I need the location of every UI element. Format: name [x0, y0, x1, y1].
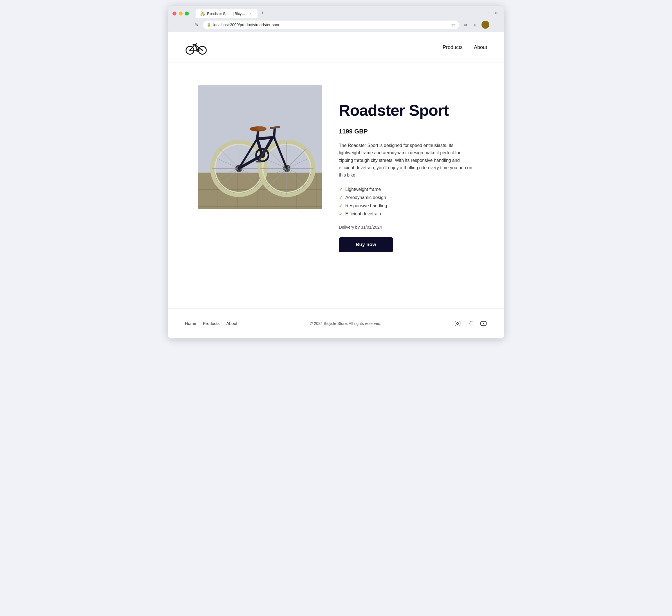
browser-titlebar: 🚴 Roadster Sport | Bicycle Stor... ✕ + ⊟… — [168, 6, 504, 18]
address-bar[interactable]: 🔒 localhost:3000/products/roadster-sport… — [203, 21, 459, 29]
feature-item-1: ✓ Lightweight frame — [339, 187, 474, 192]
feature-item-4: ✓ Efficient drivetrain — [339, 211, 474, 217]
tab-title: Roadster Sport | Bicycle Stor... — [207, 12, 246, 16]
footer-copyright: © 2024 Bicycle Store. All rights reserve… — [310, 321, 381, 326]
lock-icon: 🔒 — [207, 23, 211, 27]
footer-home-link[interactable]: Home — [185, 321, 196, 326]
content-spacer — [168, 274, 504, 308]
browser-tabs: 🚴 Roadster Sport | Bicycle Stor... ✕ + — [196, 9, 452, 18]
feature-label-3: Responsive handling — [345, 203, 387, 208]
tab-close-button[interactable]: ✕ — [248, 11, 253, 16]
product-image — [198, 85, 322, 209]
svg-line-55 — [274, 129, 275, 137]
logo-bicycle-icon — [185, 39, 207, 56]
footer-nav: Home Products About — [185, 321, 237, 326]
toolbar-actions: ⧉ ⊞ ⋮ — [461, 20, 499, 29]
menu-button[interactable]: ⋮ — [490, 20, 499, 29]
svg-rect-62 — [455, 321, 460, 326]
new-tab-button[interactable]: + — [259, 9, 266, 17]
delivery-text: Delivery by 31/01/2024 — [339, 225, 474, 229]
feature-label-4: Efficient drivetrain — [345, 211, 381, 216]
check-icon-4: ✓ — [339, 211, 342, 217]
svg-marker-65 — [483, 323, 484, 324]
svg-point-63 — [456, 323, 458, 324]
product-info: Roadster Sport 1199 GBP The Roadster Spo… — [339, 85, 474, 252]
svg-rect-61 — [256, 161, 261, 162]
extensions-button[interactable]: ⧉ — [461, 20, 470, 29]
footer-products-link[interactable]: Products — [203, 321, 219, 326]
site-nav: Products About — [443, 44, 487, 50]
product-description: The Roadster Sport is designed for speed… — [339, 142, 474, 179]
browser-window: 🚴 Roadster Sport | Bicycle Stor... ✕ + ⊟… — [168, 6, 504, 339]
close-traffic-light[interactable] — [173, 12, 176, 15]
footer-social — [454, 320, 487, 327]
url-display: localhost:3000/products/roadster-sport — [213, 23, 449, 27]
youtube-icon[interactable] — [480, 320, 487, 327]
traffic-lights — [173, 12, 189, 15]
browser-toolbar: ← → ↻ 🔒 localhost:3000/products/roadster… — [168, 18, 504, 32]
website-content: Products About — [168, 32, 504, 339]
active-tab[interactable]: 🚴 Roadster Sport | Bicycle Stor... ✕ — [196, 9, 257, 18]
svg-point-54 — [257, 126, 266, 130]
minimize-window-button[interactable]: ⊟ — [485, 10, 492, 16]
product-title: Roadster Sport — [339, 102, 474, 119]
svg-line-52 — [257, 130, 258, 139]
product-main: Roadster Sport 1199 GBP The Roadster Spo… — [168, 63, 504, 308]
refresh-button[interactable]: ↻ — [193, 21, 201, 29]
feature-label-2: Aerodynamic design — [345, 195, 386, 200]
feature-item-2: ✓ Aerodynamic design — [339, 195, 474, 200]
feature-item-3: ✓ Responsive handling — [339, 203, 474, 209]
svg-point-12 — [202, 50, 203, 51]
svg-rect-58 — [277, 126, 280, 128]
product-features: ✓ Lightweight frame ✓ Aerodynamic design… — [339, 187, 474, 217]
instagram-icon[interactable] — [454, 320, 461, 327]
bookmark-star-icon[interactable]: ☆ — [451, 22, 455, 28]
browser-chrome: 🚴 Roadster Sport | Bicycle Stor... ✕ + ⊟… — [168, 6, 504, 32]
footer-about-link[interactable]: About — [226, 321, 237, 326]
svg-point-64 — [459, 322, 459, 323]
sidebar-button[interactable]: ⊞ — [471, 20, 480, 29]
tab-favicon: 🚴 — [200, 11, 205, 16]
feature-label-1: Lightweight frame — [345, 187, 381, 192]
site-header: Products About — [168, 32, 504, 63]
check-icon-3: ✓ — [339, 203, 342, 209]
forward-button[interactable]: → — [183, 21, 191, 29]
check-icon-2: ✓ — [339, 195, 342, 200]
maximize-window-button[interactable]: ⊞ — [493, 10, 499, 16]
svg-point-11 — [189, 50, 191, 51]
svg-line-6 — [195, 44, 197, 45]
nav-products-link[interactable]: Products — [443, 44, 463, 50]
site-footer: Home Products About © 2024 Bicycle Store… — [168, 308, 504, 339]
check-icon-1: ✓ — [339, 187, 342, 192]
buy-now-button[interactable]: Buy now — [339, 237, 393, 252]
product-price: 1199 GBP — [339, 128, 474, 135]
back-button[interactable]: ← — [173, 21, 180, 29]
svg-rect-57 — [270, 127, 273, 129]
fullscreen-traffic-light[interactable] — [185, 12, 189, 15]
site-logo[interactable] — [185, 39, 207, 56]
profile-avatar[interactable] — [481, 21, 489, 29]
nav-about-link[interactable]: About — [474, 44, 487, 50]
product-image-container — [198, 85, 322, 209]
product-section: Roadster Sport 1199 GBP The Roadster Spo… — [181, 63, 491, 274]
minimize-traffic-light[interactable] — [179, 12, 183, 15]
facebook-icon[interactable] — [467, 320, 474, 327]
